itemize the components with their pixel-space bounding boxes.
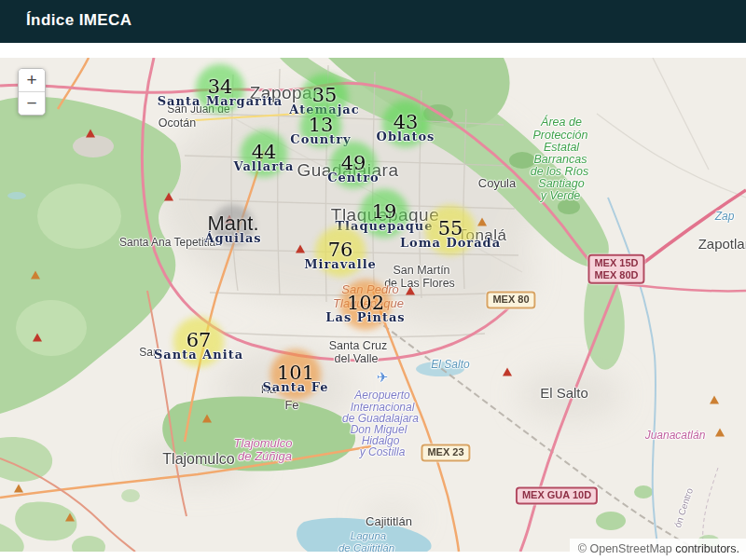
station-markers-layer: 34Santa Margarita35Atemajac13Country43Ob… (0, 58, 746, 552)
zoom-control: + − (18, 68, 46, 116)
map-canvas[interactable]: ZapopanGuadalajaraTlaquepaqueTonaláTlajo… (0, 58, 746, 552)
station-name: Centro (251, 171, 456, 184)
station-name: Santa Anita (96, 348, 301, 361)
zoom-out-button[interactable]: − (19, 92, 45, 115)
map-attribution: © OpenStreetMap contributors. (570, 539, 746, 560)
imeca-page: Índice IMECA (0, 0, 746, 560)
app-header: Índice IMECA (0, 0, 746, 43)
station-name: Las Pintas (263, 311, 468, 323)
station-name: Miravalle (238, 258, 443, 270)
osm-attribution-link[interactable]: © OpenStreetMap (578, 542, 672, 555)
zoom-in-button[interactable]: + (19, 69, 45, 92)
station-name: Santa Fe (193, 381, 398, 393)
page-title: Índice IMECA (0, 0, 746, 41)
station-name: Oblatos (303, 130, 508, 143)
station-name: Águilas (131, 232, 336, 244)
attribution-suffix: contributors. (675, 542, 739, 555)
